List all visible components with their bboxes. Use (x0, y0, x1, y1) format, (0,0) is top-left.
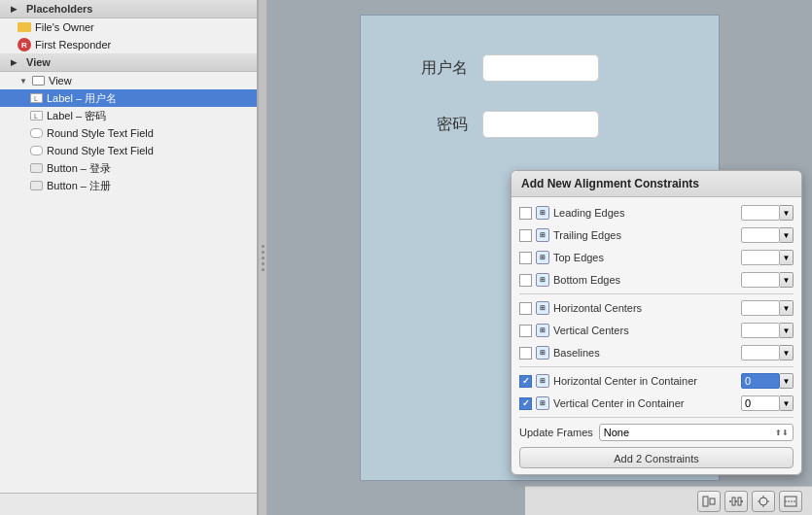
check-vcenters[interactable] (519, 325, 532, 337)
disclosure-view[interactable]: ▼ (18, 75, 29, 86)
constraint-panel-title: Add New Alignment Constraints (512, 171, 801, 197)
password-row: 密码 (400, 111, 680, 138)
arrow-baselines[interactable]: ▼ (780, 345, 794, 360)
input-vcenter-container[interactable] (741, 395, 780, 411)
label-bottom: Bottom Edges (553, 274, 741, 286)
input-vcenters[interactable] (741, 323, 780, 338)
input-trailing[interactable] (741, 227, 780, 243)
first-responder-item[interactable]: R First Responder (0, 36, 257, 53)
disclosure-view-section[interactable]: ▶ (8, 56, 19, 68)
input-hcenter-container[interactable] (741, 373, 780, 389)
resize-handle[interactable] (258, 0, 267, 515)
tree-item-label-password[interactable]: L Label – 密码 (0, 107, 257, 124)
responder-icon: R (18, 38, 31, 52)
input-hcenters[interactable] (741, 300, 780, 316)
label-trailing: Trailing Edges (553, 229, 741, 241)
constraint-row-vcenters: ⊞ Vertical Centers ▼ (519, 321, 794, 340)
password-label: 密码 (400, 115, 468, 135)
check-baselines[interactable] (519, 347, 532, 360)
check-bottom[interactable] (519, 274, 532, 287)
arrow-hcenter-container[interactable]: ▼ (780, 373, 794, 389)
constraint-panel: Add New Alignment Constraints ⊞ Leading … (511, 170, 802, 475)
arrow-vcenter-container[interactable]: ▼ (780, 395, 794, 411)
check-vcenter-container[interactable] (519, 397, 532, 410)
tree-button-register-label: Button – 注册 (47, 179, 111, 193)
tree-item-textfield-1[interactable]: Round Style Text Field (0, 124, 257, 142)
textfield-icon-2 (29, 144, 43, 157)
left-bottom-bar (0, 493, 257, 515)
arrow-vcenters[interactable]: ▼ (780, 323, 794, 338)
tree-item-textfield-2[interactable]: Round Style Text Field (0, 142, 257, 159)
tree-item-view[interactable]: ▼ View (0, 72, 257, 89)
input-group-baselines: ▼ (741, 345, 794, 360)
check-top[interactable] (519, 252, 532, 264)
icon-bottom: ⊞ (536, 273, 549, 287)
input-group-vcenter-container: ▼ (741, 395, 794, 411)
update-frames-row: Update Frames None ⬆⬇ (519, 422, 794, 443)
svg-rect-3 (732, 498, 735, 505)
view-header: ▶ View (0, 53, 257, 72)
svg-rect-1 (710, 498, 715, 504)
first-responder-label: First Responder (35, 39, 111, 51)
resize-dots (262, 245, 265, 271)
pin-tool-btn[interactable] (752, 491, 775, 512)
bottom-toolbar (525, 486, 812, 515)
label-baselines: Baselines (553, 347, 741, 359)
input-top[interactable] (741, 250, 780, 265)
constraint-row-hcenter-container: ⊞ Horizontal Center in Container ▼ (519, 371, 794, 391)
input-baselines[interactable] (741, 345, 780, 360)
update-frames-label: Update Frames (519, 427, 593, 438)
svg-rect-5 (738, 498, 741, 505)
check-hcenters[interactable] (519, 302, 532, 315)
svg-rect-0 (703, 497, 708, 506)
constraint-row-baselines: ⊞ Baselines ▼ (519, 343, 794, 362)
arrow-leading[interactable]: ▼ (780, 205, 794, 221)
tree-textfield-2-label: Round Style Text Field (47, 145, 154, 156)
add-constraints-button[interactable]: Add 2 Constraints (519, 447, 794, 468)
check-trailing[interactable] (519, 229, 532, 242)
pin-icon (757, 496, 770, 507)
arrow-hcenters[interactable]: ▼ (780, 300, 794, 316)
arrow-bottom[interactable]: ▼ (780, 272, 794, 288)
username-input[interactable] (482, 54, 599, 82)
align-icon (702, 496, 716, 507)
label-hcenters: Horizontal Centers (553, 302, 741, 314)
constraint-row-trailing: ⊞ Trailing Edges ▼ (519, 225, 794, 245)
tree-item-button-register[interactable]: Button – 注册 (0, 177, 257, 194)
distribute-icon (728, 496, 744, 507)
constraint-row-leading: ⊞ Leading Edges ▼ (519, 203, 794, 223)
placeholders-title: Placeholders (26, 3, 92, 15)
arrow-trailing[interactable]: ▼ (780, 227, 794, 243)
check-leading[interactable] (519, 207, 532, 220)
input-group-top: ▼ (741, 250, 794, 265)
password-input[interactable] (482, 111, 599, 138)
check-hcenter-container[interactable] (519, 375, 532, 388)
resize-tool-btn[interactable] (779, 491, 802, 512)
constraint-row-hcenters: ⊞ Horizontal Centers ▼ (519, 298, 794, 318)
disclosure-placeholders[interactable]: ▶ (8, 3, 19, 15)
username-label: 用户名 (400, 58, 468, 79)
icon-trailing: ⊞ (536, 228, 549, 242)
update-frames-select-container[interactable]: None ⬆⬇ (599, 424, 794, 441)
input-bottom[interactable] (741, 272, 780, 288)
input-group-leading: ▼ (741, 205, 794, 221)
align-tool-btn[interactable] (697, 491, 721, 512)
tree-label-password: Label – 密码 (47, 109, 106, 123)
input-group-vcenters: ▼ (741, 323, 794, 338)
constraint-body: ⊞ Leading Edges ▼ ⊞ Trailing Edges ▼ (512, 197, 801, 474)
label-top: Top Edges (553, 252, 741, 263)
input-leading[interactable] (741, 205, 780, 221)
owner-icon (18, 20, 31, 34)
textfield-icon-1 (29, 126, 43, 140)
tree-item-button-login[interactable]: Button – 登录 (0, 159, 257, 177)
files-owner-item[interactable]: File's Owner (0, 18, 257, 36)
arrow-top[interactable]: ▼ (780, 250, 794, 265)
view-icon (31, 74, 45, 87)
label-icon-2: L (29, 109, 43, 122)
tree-item-label-username[interactable]: L Label – 用户名 (0, 89, 257, 107)
distribute-tool-btn[interactable] (724, 491, 748, 512)
update-frames-chevron: ⬆⬇ (775, 429, 789, 437)
input-group-hcenter-container: ▼ (741, 373, 794, 389)
files-owner-label: File's Owner (35, 21, 94, 33)
icon-top: ⊞ (536, 251, 549, 264)
